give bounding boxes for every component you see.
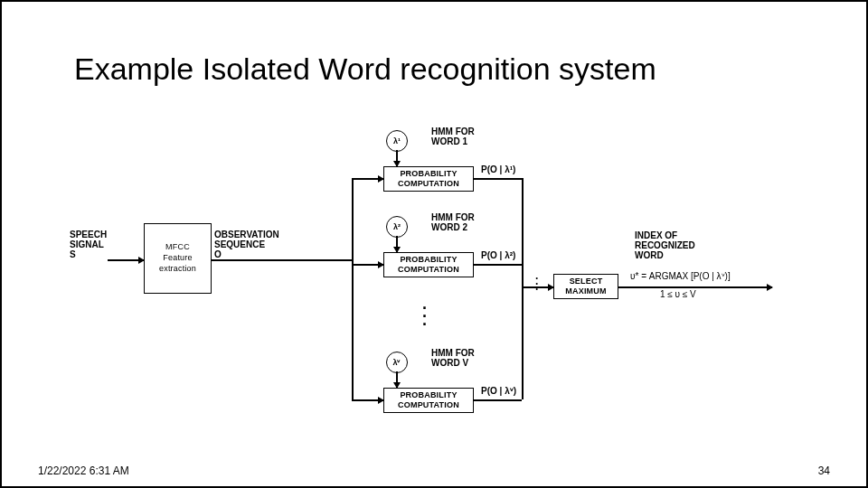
prob-comp-v: PROBABILITY COMPUTATION [383, 388, 474, 413]
prob2-label: P(O | λ²) [481, 250, 515, 260]
mfcc-line1: MFCC [159, 242, 196, 253]
prob-comp-2: PROBABILITY COMPUTATION [383, 252, 474, 277]
obs-line1: OBSERVATION [214, 230, 279, 239]
mfcc-line2: Feature [159, 253, 196, 264]
obs-line2: SEQUENCE [214, 239, 279, 249]
arrow-to-pc2 [352, 264, 383, 266]
footer-page: 34 [818, 465, 830, 477]
arrow-output [618, 286, 772, 288]
speech-signal-label: SPEECH SIGNAL S [70, 230, 107, 259]
arrow-to-pcv [352, 399, 383, 401]
lambda2-arrow [396, 236, 398, 252]
mfcc-box: MFCC Feature extraction [144, 223, 212, 294]
hmm2-label: HMM FOR WORD 2 [431, 212, 475, 232]
range-formula: 1 ≤ υ ≤ V [660, 289, 696, 299]
hmmv-label: HMM FOR WORD V [431, 348, 475, 368]
footer-date: 1/22/2022 6:31 AM [38, 465, 129, 477]
observation-label: OBSERVATION SEQUENCE O [214, 230, 279, 259]
speech-text: SPEECH [70, 230, 107, 239]
index-label: INDEX OF RECOGNIZED WORD [635, 230, 695, 260]
lambdav-text: λᵛ [392, 358, 401, 367]
s-text: S [70, 249, 107, 259]
vertical-dots-1: · · · [422, 305, 427, 329]
lambdav-node: λᵛ [386, 352, 408, 373]
signal-text: SIGNAL [70, 239, 107, 249]
line-mfcc-out [212, 259, 352, 261]
out-line2: RECOGNIZED [635, 240, 695, 250]
obs-line3: O [214, 249, 279, 259]
lambda2-text: λ² [393, 222, 401, 231]
probv-label: P(O | λᵛ) [481, 386, 516, 396]
vertical-dots-2: · · · [535, 276, 538, 292]
select-max-box: SELECT MAXIMUM [553, 274, 618, 299]
prob-comp-1: PROBABILITY COMPUTATION [383, 166, 474, 192]
lambda1-arrow [396, 150, 398, 166]
argmax-formula: υ* = ARGMAX [P(O | λᵛ)] [630, 271, 731, 281]
slide-footer: 1/22/2022 6:31 AM 34 [38, 465, 830, 477]
lambdav-arrow [396, 371, 398, 388]
prob1-label: P(O | λ¹) [481, 164, 515, 174]
diagram-area: SPEECH SIGNAL S MFCC Feature extraction … [97, 128, 807, 418]
out-line1: INDEX OF [635, 230, 695, 240]
mfcc-line3: extraction [159, 264, 196, 275]
bus-vertical-out [522, 178, 524, 399]
lambda1-text: λ¹ [393, 136, 401, 145]
lambda1-node: λ¹ [386, 130, 408, 152]
slide-container: Example Isolated Word recognition system… [0, 0, 868, 488]
line-pc2-out [474, 264, 522, 266]
arrow-speech-to-mfcc [108, 259, 144, 261]
out-line3: WORD [635, 250, 695, 260]
slide-title: Example Isolated Word recognition system [74, 52, 830, 87]
line-pc1-out [474, 178, 522, 180]
line-pcv-out [474, 399, 522, 401]
hmm1-label: HMM FOR WORD 1 [431, 127, 475, 146]
lambda2-node: λ² [386, 216, 408, 238]
bus-vertical [352, 178, 354, 399]
arrow-to-pc1 [352, 178, 383, 180]
